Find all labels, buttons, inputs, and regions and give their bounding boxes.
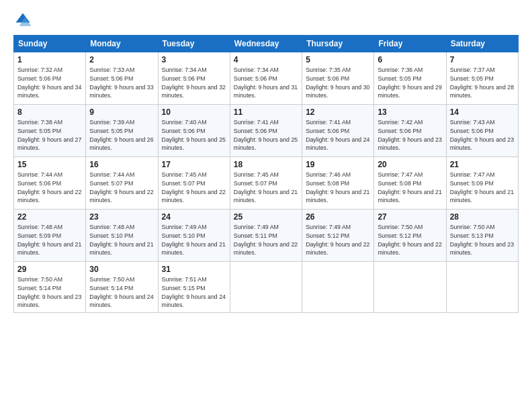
day-info: Sunrise: 7:37 AM Sunset: 5:05 PM Dayligh…: [450, 66, 515, 100]
calendar-cell: 13 Sunrise: 7:42 AM Sunset: 5:06 PM Dayl…: [374, 105, 446, 157]
day-number: 7: [450, 55, 515, 64]
calendar-cell: 27 Sunrise: 7:50 AM Sunset: 5:12 PM Dayl…: [374, 210, 446, 262]
day-number: 2: [89, 55, 154, 64]
calendar-cell: 17 Sunrise: 7:45 AM Sunset: 5:07 PM Dayl…: [158, 157, 230, 210]
day-info: Sunrise: 7:47 AM Sunset: 5:09 PM Dayligh…: [450, 171, 515, 205]
day-number: 28: [450, 212, 515, 222]
day-info: Sunrise: 7:45 AM Sunset: 5:07 PM Dayligh…: [234, 171, 298, 205]
day-info: Sunrise: 7:43 AM Sunset: 5:06 PM Dayligh…: [450, 118, 515, 152]
day-info: Sunrise: 7:42 AM Sunset: 5:06 PM Dayligh…: [378, 118, 442, 152]
day-number: 21: [450, 160, 515, 169]
day-number: 12: [306, 107, 370, 117]
day-of-week-header: Wednesday: [230, 36, 302, 52]
calendar-cell: [230, 262, 302, 313]
calendar-cell: 11 Sunrise: 7:41 AM Sunset: 5:06 PM Dayl…: [230, 105, 302, 157]
day-info: Sunrise: 7:50 AM Sunset: 5:13 PM Dayligh…: [450, 223, 515, 257]
calendar-cell: 20 Sunrise: 7:47 AM Sunset: 5:08 PM Dayl…: [374, 157, 446, 210]
day-info: Sunrise: 7:41 AM Sunset: 5:06 PM Dayligh…: [234, 118, 298, 152]
calendar-cell: 2 Sunrise: 7:33 AM Sunset: 5:06 PM Dayli…: [86, 52, 158, 105]
day-info: Sunrise: 7:40 AM Sunset: 5:06 PM Dayligh…: [162, 118, 226, 152]
day-number: 16: [89, 160, 154, 169]
calendar-cell: 28 Sunrise: 7:50 AM Sunset: 5:13 PM Dayl…: [446, 210, 518, 262]
day-info: Sunrise: 7:50 AM Sunset: 5:14 PM Dayligh…: [17, 275, 82, 310]
calendar-cell: 25 Sunrise: 7:49 AM Sunset: 5:11 PM Dayl…: [230, 210, 302, 262]
day-info: Sunrise: 7:49 AM Sunset: 5:10 PM Dayligh…: [162, 223, 226, 257]
calendar-cell: 7 Sunrise: 7:37 AM Sunset: 5:05 PM Dayli…: [446, 52, 518, 105]
calendar-cell: 6 Sunrise: 7:36 AM Sunset: 5:05 PM Dayli…: [374, 52, 446, 105]
calendar-cell: [446, 262, 518, 313]
day-number: 29: [17, 265, 82, 274]
day-number: 8: [17, 107, 82, 117]
day-number: 20: [378, 160, 442, 169]
day-info: Sunrise: 7:49 AM Sunset: 5:12 PM Dayligh…: [306, 223, 370, 257]
day-info: Sunrise: 7:41 AM Sunset: 5:06 PM Dayligh…: [306, 118, 370, 152]
day-info: Sunrise: 7:38 AM Sunset: 5:05 PM Dayligh…: [17, 118, 82, 152]
calendar-cell: 29 Sunrise: 7:50 AM Sunset: 5:14 PM Dayl…: [14, 262, 86, 313]
day-info: Sunrise: 7:47 AM Sunset: 5:08 PM Dayligh…: [378, 171, 442, 205]
day-info: Sunrise: 7:44 AM Sunset: 5:06 PM Dayligh…: [17, 171, 82, 205]
day-number: 26: [306, 212, 370, 222]
calendar-cell: 9 Sunrise: 7:39 AM Sunset: 5:05 PM Dayli…: [86, 105, 158, 157]
calendar-header-row: SundayMondayTuesdayWednesdayThursdayFrid…: [14, 36, 519, 52]
day-number: 18: [234, 160, 298, 169]
day-info: Sunrise: 7:32 AM Sunset: 5:06 PM Dayligh…: [17, 66, 82, 100]
calendar-cell: 21 Sunrise: 7:47 AM Sunset: 5:09 PM Dayl…: [446, 157, 518, 210]
calendar-cell: [302, 262, 374, 313]
day-number: 1: [17, 55, 82, 64]
day-number: 5: [306, 55, 370, 64]
page: SundayMondayTuesdayWednesdayThursdayFrid…: [0, 0, 532, 411]
calendar-cell: 3 Sunrise: 7:34 AM Sunset: 5:06 PM Dayli…: [158, 52, 230, 105]
day-of-week-header: Saturday: [446, 36, 518, 52]
day-info: Sunrise: 7:46 AM Sunset: 5:08 PM Dayligh…: [306, 171, 370, 205]
calendar-cell: 30 Sunrise: 7:50 AM Sunset: 5:14 PM Dayl…: [86, 262, 158, 313]
day-info: Sunrise: 7:45 AM Sunset: 5:07 PM Dayligh…: [162, 171, 226, 205]
day-info: Sunrise: 7:34 AM Sunset: 5:06 PM Dayligh…: [234, 66, 298, 100]
day-number: 6: [378, 55, 442, 64]
day-number: 24: [162, 212, 226, 222]
logo-icon: [13, 11, 32, 30]
day-info: Sunrise: 7:35 AM Sunset: 5:06 PM Dayligh…: [306, 66, 370, 100]
day-of-week-header: Thursday: [302, 36, 374, 52]
day-of-week-header: Sunday: [14, 36, 86, 52]
calendar-cell: 31 Sunrise: 7:51 AM Sunset: 5:15 PM Dayl…: [158, 262, 230, 313]
day-number: 30: [89, 265, 154, 274]
calendar-cell: 5 Sunrise: 7:35 AM Sunset: 5:06 PM Dayli…: [302, 52, 374, 105]
day-info: Sunrise: 7:48 AM Sunset: 5:10 PM Dayligh…: [89, 223, 154, 257]
day-number: 9: [89, 107, 154, 117]
day-info: Sunrise: 7:34 AM Sunset: 5:06 PM Dayligh…: [162, 66, 226, 100]
calendar-cell: 24 Sunrise: 7:49 AM Sunset: 5:10 PM Dayl…: [158, 210, 230, 262]
calendar-cell: 10 Sunrise: 7:40 AM Sunset: 5:06 PM Dayl…: [158, 105, 230, 157]
day-number: 10: [162, 107, 226, 117]
calendar-table: SundayMondayTuesdayWednesdayThursdayFrid…: [13, 35, 519, 313]
day-info: Sunrise: 7:39 AM Sunset: 5:05 PM Dayligh…: [89, 118, 154, 152]
day-number: 25: [234, 212, 298, 222]
calendar-cell: [374, 262, 446, 313]
day-number: 27: [378, 212, 442, 222]
day-info: Sunrise: 7:44 AM Sunset: 5:07 PM Dayligh…: [89, 171, 154, 205]
day-info: Sunrise: 7:49 AM Sunset: 5:11 PM Dayligh…: [234, 223, 298, 257]
header: [13, 11, 519, 30]
day-info: Sunrise: 7:33 AM Sunset: 5:06 PM Dayligh…: [89, 66, 154, 100]
calendar-cell: 18 Sunrise: 7:45 AM Sunset: 5:07 PM Dayl…: [230, 157, 302, 210]
calendar-cell: 22 Sunrise: 7:48 AM Sunset: 5:09 PM Dayl…: [14, 210, 86, 262]
calendar-cell: 1 Sunrise: 7:32 AM Sunset: 5:06 PM Dayli…: [14, 52, 86, 105]
calendar-cell: 26 Sunrise: 7:49 AM Sunset: 5:12 PM Dayl…: [302, 210, 374, 262]
calendar-cell: 16 Sunrise: 7:44 AM Sunset: 5:07 PM Dayl…: [86, 157, 158, 210]
day-of-week-header: Tuesday: [158, 36, 230, 52]
calendar-cell: 19 Sunrise: 7:46 AM Sunset: 5:08 PM Dayl…: [302, 157, 374, 210]
calendar-cell: 14 Sunrise: 7:43 AM Sunset: 5:06 PM Dayl…: [446, 105, 518, 157]
day-info: Sunrise: 7:48 AM Sunset: 5:09 PM Dayligh…: [17, 223, 82, 257]
day-number: 13: [378, 107, 442, 117]
day-info: Sunrise: 7:50 AM Sunset: 5:12 PM Dayligh…: [378, 223, 442, 257]
day-number: 17: [162, 160, 226, 169]
logo: [13, 11, 35, 30]
day-number: 4: [234, 55, 298, 64]
day-number: 22: [17, 212, 82, 222]
day-of-week-header: Monday: [86, 36, 158, 52]
day-info: Sunrise: 7:50 AM Sunset: 5:14 PM Dayligh…: [89, 275, 154, 310]
calendar-cell: 8 Sunrise: 7:38 AM Sunset: 5:05 PM Dayli…: [14, 105, 86, 157]
day-number: 15: [17, 160, 82, 169]
day-number: 14: [450, 107, 515, 117]
day-number: 31: [162, 265, 226, 274]
day-info: Sunrise: 7:51 AM Sunset: 5:15 PM Dayligh…: [162, 275, 226, 310]
